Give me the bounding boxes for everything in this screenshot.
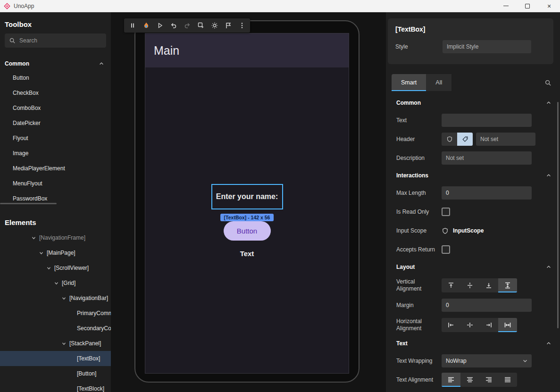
text-align-right-icon [485, 376, 493, 384]
style-label: Style [395, 43, 443, 50]
selected-textbox[interactable]: Enter your name: [211, 184, 283, 209]
chevron-down-icon[interactable] [61, 341, 69, 346]
chevron-up-icon[interactable] [546, 173, 552, 178]
theme-sun-button[interactable] [208, 19, 221, 32]
header-property-input[interactable]: Not set [476, 133, 535, 146]
section-interactions[interactable]: Interactions [391, 167, 556, 183]
canvas-textblock[interactable]: Text [240, 250, 254, 258]
section-layout[interactable]: Layout [391, 259, 556, 275]
toolbox-scrollbar-thumb[interactable] [0, 203, 57, 204]
close-button[interactable]: × [538, 0, 560, 12]
text-align-center-icon [466, 376, 474, 384]
element-tree-item[interactable]: [ScrollViewer] [0, 260, 111, 275]
chevron-down-icon[interactable] [61, 296, 69, 301]
toolbox-item-image[interactable]: Image [0, 146, 111, 161]
chevron-up-icon[interactable] [99, 61, 104, 67]
app-title: UnoApp [14, 3, 34, 9]
maximize-button[interactable] [517, 0, 538, 12]
element-tree-label: [MainPage] [47, 250, 75, 256]
align-right-icon [485, 321, 493, 329]
element-tree-label: [ScrollViewer] [54, 265, 89, 271]
more-vertical-button[interactable] [235, 19, 249, 32]
toolbox-item-button[interactable]: Button [0, 70, 111, 85]
hot-reload-flame-button[interactable] [139, 19, 153, 32]
toolbox-item-menuflyout[interactable]: MenuFlyout [0, 176, 111, 191]
valign-center-button[interactable] [460, 278, 479, 292]
guides-flag-icon [225, 22, 232, 29]
tab-smart[interactable]: Smart [392, 74, 426, 91]
minimize-button[interactable] [495, 0, 517, 12]
close-icon: × [547, 3, 551, 9]
toolbox-item-checkbox[interactable]: CheckBox [0, 85, 111, 100]
chevron-up-icon[interactable] [546, 264, 552, 270]
valign-bottom-button[interactable] [479, 278, 498, 292]
tag-icon [462, 136, 468, 142]
element-tree-item[interactable]: [TextBox] [0, 351, 111, 366]
search-icon [9, 37, 16, 44]
text-align-left-button[interactable] [442, 373, 460, 387]
toolbox-item-mediaplayerelement[interactable]: MediaPlayerElement [0, 161, 111, 176]
align-left-icon [447, 321, 455, 329]
chevron-down-icon[interactable] [31, 235, 39, 241]
guides-flag-button[interactable] [221, 19, 235, 32]
halign-center-button[interactable] [460, 318, 479, 332]
header-literal-button[interactable] [457, 133, 473, 146]
input-scope-value[interactable]: InputScope [453, 227, 484, 234]
element-picker-button[interactable] [194, 19, 208, 32]
halign-right-button[interactable] [479, 318, 498, 332]
text-wrapping-dropdown[interactable]: NoWrap [442, 354, 532, 367]
text-property-input[interactable] [442, 114, 532, 127]
text-align-left-icon [447, 376, 455, 384]
chevron-down-icon[interactable] [54, 281, 62, 286]
element-tree-label: [TextBlock] [77, 385, 104, 392]
chevron-down-icon[interactable] [46, 266, 54, 271]
toolbox-item-combobox[interactable]: ComboBox [0, 100, 111, 116]
valign-top-button[interactable] [442, 278, 460, 292]
chevron-down-icon[interactable] [39, 250, 47, 256]
toolbox-search-placeholder: Search [19, 37, 37, 44]
minimize-icon [503, 6, 509, 6]
canvas-button[interactable]: Button [224, 221, 271, 241]
halign-stretch-button[interactable] [498, 318, 517, 332]
property-search-icon[interactable] [544, 79, 552, 86]
element-tree-item[interactable]: [TextBlock] [0, 381, 111, 392]
text-align-right-button[interactable] [479, 373, 498, 387]
text-align-center-button[interactable] [460, 373, 479, 387]
description-property-input[interactable]: Not set [442, 151, 532, 165]
section-text[interactable]: Text [391, 335, 556, 351]
elements-title: Elements [0, 206, 111, 230]
element-tree-item[interactable]: SecondaryCo [0, 321, 111, 336]
style-input[interactable]: Implicit Style [443, 40, 531, 53]
element-tree-item[interactable]: [StackPanel] [0, 336, 111, 351]
element-tree-item[interactable]: [MainPage] [0, 245, 111, 260]
is-read-only-checkbox[interactable] [442, 208, 450, 216]
pause-button[interactable] [125, 19, 139, 32]
undo-button[interactable] [167, 19, 180, 32]
is-read-only-label: Is Read Only [396, 209, 442, 216]
play-button[interactable] [153, 19, 167, 32]
inspector-scrollbar[interactable] [557, 102, 559, 328]
chevron-up-icon[interactable] [546, 100, 552, 106]
accepts-return-checkbox[interactable] [442, 245, 450, 254]
element-tree-item[interactable]: PrimaryComm [0, 306, 111, 321]
align-bottom-icon [485, 282, 493, 289]
text-align-justify-button[interactable] [498, 373, 517, 387]
element-tree-item[interactable]: [NavigationBar] [0, 291, 111, 306]
element-tree-item[interactable]: [Button] [0, 366, 111, 381]
toolbox-search-input[interactable]: Search [5, 33, 106, 48]
margin-input[interactable]: 0 [442, 299, 532, 312]
element-tree-item[interactable]: [NavigationFrame] [0, 230, 111, 245]
tab-all[interactable]: All [426, 74, 451, 91]
chevron-up-icon[interactable] [546, 341, 552, 346]
toolbox-item-datepicker[interactable]: DatePicker [0, 116, 111, 131]
toolbox-section-common[interactable]: Common [0, 57, 111, 70]
halign-left-button[interactable] [442, 318, 460, 332]
section-common[interactable]: Common [391, 95, 556, 111]
header-binding-button[interactable] [442, 133, 457, 146]
device-screen[interactable]: Main Enter your name: [TextBox] - 142 x … [145, 33, 349, 374]
valign-stretch-button[interactable] [498, 278, 517, 292]
max-length-input[interactable]: 0 [442, 186, 532, 200]
toolbox-item-flyout[interactable]: Flyout [0, 131, 111, 146]
redo-button[interactable] [180, 19, 194, 32]
element-tree-item[interactable]: [Grid] [0, 275, 111, 291]
